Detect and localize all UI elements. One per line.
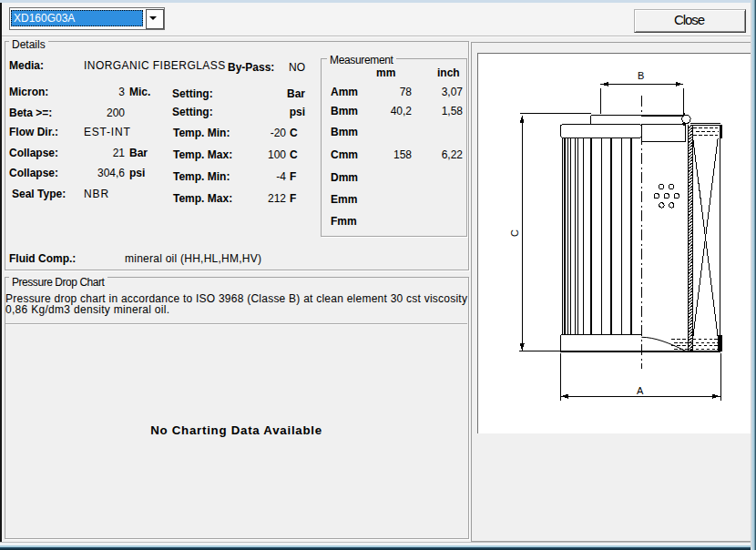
svg-text:A: A bbox=[637, 384, 644, 395]
svg-text:B: B bbox=[638, 70, 644, 81]
svg-text:C: C bbox=[508, 229, 519, 237]
